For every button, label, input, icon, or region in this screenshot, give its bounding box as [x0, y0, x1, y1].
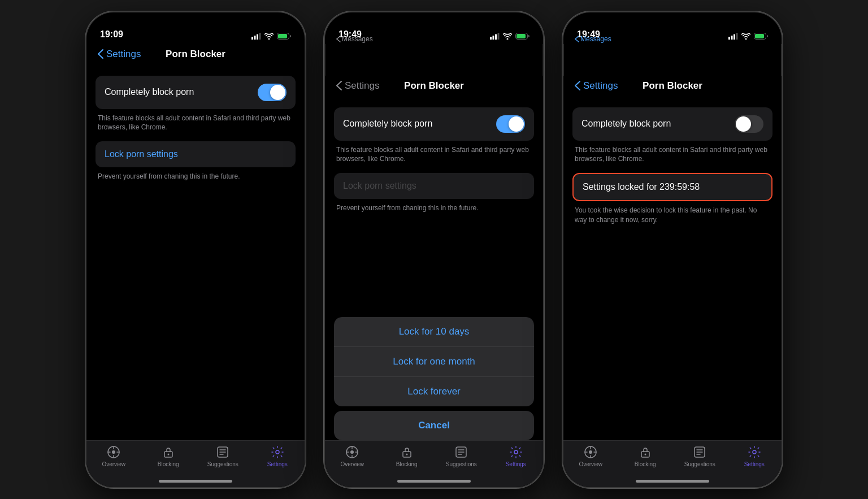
battery-icon-1 — [277, 33, 291, 40]
phone-1-screen: 19:09 — [86, 12, 305, 487]
svg-rect-1 — [254, 36, 256, 40]
tab-label-suggestions-2: Suggestions — [446, 461, 477, 467]
suggestions-icon-3 — [693, 445, 706, 459]
svg-point-29 — [514, 450, 518, 454]
action-sheet-2: Lock for 10 days Lock for one month Lock… — [334, 317, 534, 440]
tab-label-blocking-2: Blocking — [396, 461, 418, 467]
chevron-back-messages-3 — [575, 36, 579, 42]
tab-settings-2[interactable]: Settings — [489, 445, 544, 467]
phone-2: 19:49 Messages — [324, 11, 544, 488]
toggle-switch-2[interactable] — [496, 115, 525, 133]
svg-rect-0 — [251, 37, 253, 40]
phones-container: 19:09 — [85, 11, 783, 488]
tab-suggestions-3[interactable]: Suggestions — [672, 445, 727, 467]
tab-suggestions-1[interactable]: Suggestions — [196, 445, 250, 467]
chevron-back-messages-2 — [336, 36, 341, 42]
wifi-icon-3 — [741, 33, 750, 40]
nav-bar-3: Settings Porn Blocker — [563, 76, 782, 98]
svg-rect-2 — [257, 34, 258, 40]
toggle-description-3: This feature blocks all adult content in… — [572, 145, 772, 164]
battery-icon-2 — [515, 33, 530, 40]
action-sheet-item-month[interactable]: Lock for one month — [334, 347, 534, 377]
svg-rect-17 — [495, 34, 497, 40]
messages-label-2: Messages — [342, 35, 373, 43]
toggle-knob-1 — [270, 85, 285, 100]
tab-label-overview-3: Overview — [579, 461, 602, 467]
status-icons-2 — [490, 33, 530, 40]
nav-title-1: Porn Blocker — [98, 49, 293, 60]
tab-label-overview-1: Overview — [102, 461, 125, 467]
home-indicator-1 — [159, 480, 232, 483]
nav-title-3: Porn Blocker — [575, 80, 770, 92]
action-sheet-cancel-2[interactable]: Cancel — [334, 411, 534, 440]
lock-btn-label-1: Lock porn settings — [105, 149, 178, 159]
toggle-description-1: This feature blocks all adult content in… — [96, 114, 296, 133]
tab-blocking-3[interactable]: Blocking — [618, 445, 673, 467]
tab-label-overview-2: Overview — [340, 461, 364, 467]
svg-rect-35 — [755, 34, 764, 38]
locked-display-3: Settings locked for 239:59:58 — [572, 173, 772, 201]
tab-settings-1[interactable]: Settings — [250, 445, 305, 467]
tab-blocking-1[interactable]: Blocking — [141, 445, 196, 467]
signal-icon-2 — [490, 33, 500, 40]
svg-point-22 — [350, 450, 354, 454]
toggle-switch-1[interactable] — [258, 84, 287, 101]
svg-rect-16 — [493, 36, 494, 40]
locked-text-3: Settings locked for 239:59:58 — [583, 182, 700, 192]
messages-back-2: Messages — [336, 35, 373, 43]
svg-rect-32 — [734, 34, 735, 40]
toggle-knob-2 — [509, 116, 524, 132]
svg-rect-5 — [278, 34, 287, 38]
toggle-description-2: This feature blocks all adult content in… — [334, 145, 534, 164]
svg-point-37 — [589, 450, 592, 454]
battery-icon-3 — [754, 33, 768, 40]
signal-icon-1 — [251, 33, 261, 40]
toggle-label-3: Completely block porn — [581, 119, 671, 129]
suggestions-icon-2 — [454, 445, 468, 459]
tab-overview-3[interactable]: Overview — [563, 445, 618, 467]
settings-icon-3 — [748, 445, 761, 459]
status-icons-1 — [251, 33, 291, 40]
action-sheet-item-forever[interactable]: Lock forever — [334, 377, 534, 406]
screen-content-1: Completely block porn This feature block… — [86, 67, 305, 487]
blocking-icon-2 — [400, 445, 414, 459]
wifi-icon-1 — [264, 33, 274, 40]
signal-icon-3 — [728, 33, 738, 40]
svg-point-39 — [644, 453, 646, 455]
svg-rect-3 — [259, 33, 261, 40]
phone-3: 19:49 Messages — [562, 11, 783, 488]
lock-description-2: Prevent yourself from chaning this in th… — [334, 203, 534, 213]
svg-rect-18 — [498, 33, 500, 40]
svg-point-7 — [112, 450, 115, 454]
phone-1: 19:09 — [85, 11, 306, 488]
messages-back-3: Messages — [575, 35, 611, 43]
lock-btn-1[interactable]: Lock porn settings — [96, 141, 296, 167]
svg-rect-15 — [490, 37, 492, 40]
action-sheet-item-10days[interactable]: Lock for 10 days — [334, 317, 534, 347]
tab-label-suggestions-1: Suggestions — [207, 461, 238, 467]
blocking-icon-1 — [162, 445, 175, 459]
tab-label-blocking-3: Blocking — [635, 461, 656, 467]
tab-label-blocking-1: Blocking — [158, 461, 179, 467]
phone-3-screen: 19:49 Messages — [563, 12, 782, 487]
status-icons-3 — [728, 33, 768, 40]
tab-settings-3[interactable]: Settings — [727, 445, 782, 467]
toggle-switch-3[interactable] — [735, 115, 763, 133]
overview-icon-3 — [584, 445, 597, 459]
tab-overview-2[interactable]: Overview — [325, 445, 380, 467]
lock-btn-2: Lock porn settings — [334, 173, 534, 199]
toggle-row-1: Completely block porn — [96, 76, 296, 109]
suggestions-icon-1 — [216, 445, 229, 459]
wifi-icon-2 — [503, 33, 512, 40]
home-indicator-2 — [397, 480, 471, 483]
tab-overview-1[interactable]: Overview — [86, 445, 141, 467]
tab-suggestions-2[interactable]: Suggestions — [434, 445, 489, 467]
svg-rect-31 — [731, 36, 733, 40]
svg-rect-33 — [736, 33, 738, 40]
toggle-label-2: Completely block porn — [343, 119, 432, 129]
dynamic-island-3 — [639, 19, 706, 38]
blocking-icon-3 — [639, 445, 652, 459]
tab-blocking-2[interactable]: Blocking — [380, 445, 435, 467]
toggle-knob-3 — [736, 116, 751, 132]
tab-label-settings-1: Settings — [267, 461, 288, 467]
